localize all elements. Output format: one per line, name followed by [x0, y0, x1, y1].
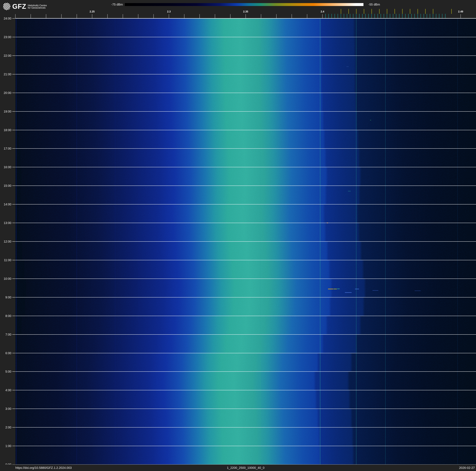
- ble-channel-tick: [378, 14, 378, 18]
- time-axis-label: 5:00: [0, 370, 11, 373]
- freq-minor-tick: [292, 14, 292, 18]
- ble-channel-tick: [399, 14, 399, 18]
- ble-channel-tick: [387, 14, 387, 18]
- freq-minor-tick: [169, 14, 169, 18]
- footer-filename-text: 1_2200_2500_10000_40_0: [15, 466, 476, 470]
- hour-gridline: [15, 204, 476, 204]
- hour-gridline: [15, 334, 476, 335]
- ble-channel-tick: [347, 14, 347, 18]
- time-axis-tick: [12, 279, 15, 279]
- wifi-channel-tick: [341, 9, 341, 14]
- burst-mark: [346, 66, 349, 67]
- ble-channel-tick: [408, 14, 408, 18]
- ble-channel-tick: [341, 14, 341, 18]
- hour-gridline: [15, 371, 476, 372]
- ble-channel-tick: [325, 14, 326, 18]
- time-axis-tick: [12, 185, 15, 186]
- ble-channel-tick: [328, 14, 329, 18]
- burst-mark: [355, 289, 359, 289]
- hour-gridline: [15, 185, 476, 186]
- frequency-axis: 2.252.32.352.42.49: [0, 0, 476, 18]
- freq-axis-label: 2.49: [458, 10, 463, 13]
- time-axis-tick: [12, 409, 15, 409]
- time-axis-tick: [12, 316, 15, 316]
- ble-channel-tick: [439, 14, 439, 18]
- time-axis-tick: [12, 204, 15, 204]
- time-axis-tick: [12, 371, 15, 372]
- time-axis-label: 12:00: [0, 240, 11, 243]
- freq-minor-tick: [322, 14, 323, 18]
- time-axis-label: 2:00: [0, 426, 11, 429]
- wifi-channel-tick: [348, 9, 349, 14]
- ble-channel-tick: [418, 14, 418, 18]
- freq-axis-label: 2.4: [321, 10, 324, 13]
- wifi-channel-tick: [356, 9, 357, 14]
- ble-channel-tick: [430, 14, 430, 18]
- time-axis-label: 20:00: [0, 91, 11, 94]
- freq-minor-tick: [460, 14, 461, 18]
- ble-channel-tick: [442, 14, 442, 18]
- ble-channel-tick: [356, 14, 357, 18]
- ble-channel-tick: [368, 14, 369, 18]
- ble-channel-tick: [350, 14, 350, 18]
- freq-minor-tick: [200, 14, 200, 18]
- burst-mark: [334, 289, 337, 289]
- time-axis-label: 22:00: [0, 54, 11, 57]
- ble-channel-tick: [344, 14, 344, 18]
- wifi-channel-tick: [433, 9, 433, 14]
- wifi-channel-tick: [379, 9, 380, 14]
- time-axis-tick: [12, 167, 15, 167]
- time-axis-tick: [12, 18, 15, 18]
- time-axis-tick: [12, 223, 15, 223]
- time-axis-label: 14:00: [0, 203, 11, 206]
- time-axis-tick: [12, 241, 15, 242]
- hour-gridline: [15, 223, 476, 223]
- freq-minor-tick: [184, 14, 184, 18]
- hour-gridline: [15, 353, 476, 353]
- freq-minor-tick: [31, 14, 31, 18]
- hour-gridline: [15, 241, 476, 242]
- ble-channel-tick: [384, 14, 384, 18]
- freq-minor-tick: [230, 14, 230, 18]
- time-axis-label: 7:00: [0, 333, 11, 336]
- freq-minor-tick: [92, 14, 92, 18]
- burst-mark: [370, 120, 371, 120]
- time-axis-tick: [12, 427, 15, 428]
- time-axis-tick: [12, 74, 15, 74]
- time-axis: 24:0023:0022:0021:0020:0019:0018:0017:00…: [0, 0, 15, 471]
- freq-axis-label: 2.25: [89, 10, 95, 13]
- ble-channel-tick: [390, 14, 390, 18]
- time-axis-label: 17:00: [0, 147, 11, 150]
- time-axis-tick: [12, 130, 15, 130]
- freq-minor-tick: [61, 14, 62, 18]
- hour-gridline: [15, 93, 476, 93]
- wifi-channel-tick: [418, 9, 418, 14]
- hour-gridline: [15, 55, 476, 56]
- ble-channel-tick: [374, 14, 375, 18]
- ble-channel-tick: [353, 14, 353, 18]
- time-axis-tick: [12, 260, 15, 260]
- time-axis-label: 8:00: [0, 314, 11, 318]
- ble-channel-tick: [359, 14, 359, 18]
- wifi-channel-tick: [451, 9, 452, 14]
- hour-gridline: [15, 446, 476, 446]
- time-axis-label: 11:00: [0, 258, 11, 262]
- hour-gridline: [15, 130, 476, 130]
- ble-channel-tick: [445, 14, 445, 18]
- ble-channel-tick: [405, 14, 406, 18]
- hour-gridline: [15, 260, 476, 260]
- time-axis-label: 1:00: [0, 444, 11, 448]
- freq-minor-tick: [261, 14, 261, 18]
- freq-minor-tick: [107, 14, 108, 18]
- time-axis-tick: [12, 37, 15, 37]
- ble-channel-tick: [396, 14, 396, 18]
- time-axis-label: 10:00: [0, 277, 11, 280]
- freq-minor-tick: [246, 14, 246, 18]
- hour-gridline: [15, 37, 476, 37]
- footer-date-text: 2026-02-27: [459, 466, 475, 470]
- freq-minor-tick: [123, 14, 123, 18]
- hour-gridline: [15, 390, 476, 390]
- time-axis-label: 6:00: [0, 351, 11, 355]
- ble-channel-tick: [424, 14, 424, 18]
- wifi-channel-tick: [410, 9, 410, 14]
